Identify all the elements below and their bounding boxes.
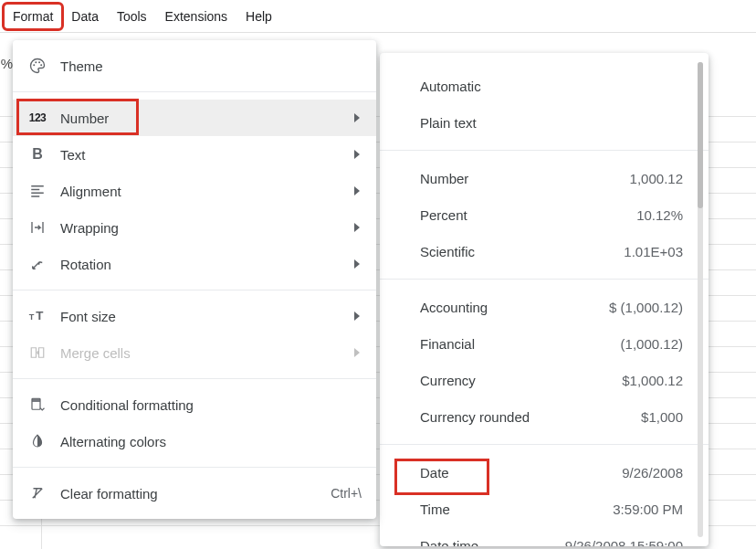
option-example: 10.12% [636,207,683,223]
option-example: 1.01E+03 [624,244,683,259]
menu-label: Number [60,111,352,126]
submenu-arrow-icon [352,223,362,232]
separator [380,150,709,151]
option-label: Number [420,171,630,186]
toolbar-percent-fragment: % [0,53,13,73]
option-label: Currency rounded [420,409,641,425]
option-example: (1,000.12) [621,336,683,352]
number-option-currency[interactable]: Currency$1,000.12 [380,362,709,398]
alternating-colors-icon [27,431,47,451]
submenu-arrow-icon [352,186,362,195]
submenu-arrow-icon [352,348,362,357]
menu-item-text[interactable]: B Text [13,136,376,173]
palette-icon [27,56,47,76]
svg-text:T: T [36,309,43,322]
svg-point-4 [33,64,35,66]
separator [380,279,709,280]
number-option-automatic[interactable]: Automatic [380,68,709,104]
merge-cells-icon [27,343,47,363]
option-label: Percent [420,207,636,223]
svg-rect-11 [32,398,40,402]
number-option-number[interactable]: Number1,000.12 [380,160,709,196]
shortcut-label: Ctrl+\ [331,486,362,501]
svg-point-5 [35,61,37,63]
submenu-arrow-icon [352,150,362,159]
clear-format-icon [27,483,47,503]
format-dropdown: Theme 123 Number B Text Alignment Wrappi… [13,40,376,519]
svg-text:T: T [29,312,35,322]
menu-item-theme[interactable]: Theme [13,48,376,84]
number-option-time[interactable]: Time3:59:00 PM [380,491,709,527]
option-example: $1,000 [641,409,683,425]
number-submenu: AutomaticPlain textNumber1,000.12Percent… [380,53,709,546]
option-example: 9/26/2008 [622,465,683,480]
menu-label: Merge cells [60,345,352,361]
menu-label: Conditional formatting [60,397,362,413]
conditional-format-icon [27,395,47,415]
number-option-plain-text[interactable]: Plain text [380,104,709,141]
menu-item-wrapping[interactable]: Wrapping [13,209,376,246]
menu-format[interactable]: Format [4,4,62,29]
option-label: Date [420,465,622,480]
number-option-date[interactable]: Date9/26/2008 [380,454,709,491]
menu-extensions[interactable]: Extensions [156,4,236,29]
option-label: Financial [420,336,621,352]
menu-help[interactable]: Help [236,4,281,29]
number-option-currency-rounded[interactable]: Currency rounded$1,000 [380,398,709,435]
menu-item-clear-formatting[interactable]: Clear formatting Ctrl+\ [13,475,376,512]
option-example: 9/26/2008 15:59:00 [565,538,683,547]
option-label: Accounting [420,300,609,315]
menubar: Format Data Tools Extensions Help [0,0,756,33]
menu-label: Font size [60,309,352,324]
menu-item-font-size[interactable]: TT Font size [13,298,376,334]
option-label: Date time [420,538,565,547]
option-example: 1,000.12 [630,171,683,186]
menu-item-alignment[interactable]: Alignment [13,173,376,209]
option-label: Currency [420,373,622,388]
option-label: Automatic [420,79,683,94]
menu-data[interactable]: Data [62,4,108,29]
svg-point-6 [38,61,40,63]
number-option-scientific[interactable]: Scientific1.01E+03 [380,233,709,269]
number-option-percent[interactable]: Percent10.12% [380,196,709,233]
submenu-arrow-icon [352,259,362,269]
menu-label: Wrapping [60,220,352,236]
separator [13,467,376,468]
menu-label: Rotation [60,257,352,272]
font-size-icon: TT [27,306,47,326]
number-option-financial[interactable]: Financial(1,000.12) [380,325,709,362]
menu-label: Text [60,147,352,163]
menu-tools[interactable]: Tools [108,4,156,29]
number-option-accounting[interactable]: Accounting$ (1,000.12) [380,289,709,325]
svg-point-7 [40,64,42,66]
menu-item-number[interactable]: 123 Number [13,100,376,136]
separator [13,378,376,379]
wrap-icon [27,217,47,238]
align-icon [27,181,47,201]
submenu-arrow-icon [352,311,362,321]
separator [13,290,376,290]
menu-item-alternating-colors[interactable]: Alternating colors [13,423,376,459]
menu-item-conditional-formatting[interactable]: Conditional formatting [13,386,376,423]
separator [13,91,376,92]
menu-label: Alternating colors [60,434,362,449]
menu-label: Alignment [60,184,352,199]
submenu-arrow-icon [352,113,362,122]
option-label: Plain text [420,115,683,131]
number-123-icon: 123 [27,108,47,128]
option-example: $1,000.12 [622,373,683,388]
menu-label: Clear formatting [60,486,331,501]
menu-item-merge-cells: Merge cells [13,334,376,371]
rotation-icon [27,254,47,274]
option-example: 3:59:00 PM [613,501,683,517]
separator [380,444,709,445]
option-label: Time [420,501,613,517]
menu-label: Theme [60,58,362,74]
menu-item-rotation[interactable]: Rotation [13,246,376,282]
bold-icon: B [27,144,47,164]
option-label: Scientific [420,244,624,259]
number-option-date-time[interactable]: Date time9/26/2008 15:59:00 [380,527,709,546]
option-example: $ (1,000.12) [609,300,683,315]
scrollbar[interactable] [698,62,703,537]
